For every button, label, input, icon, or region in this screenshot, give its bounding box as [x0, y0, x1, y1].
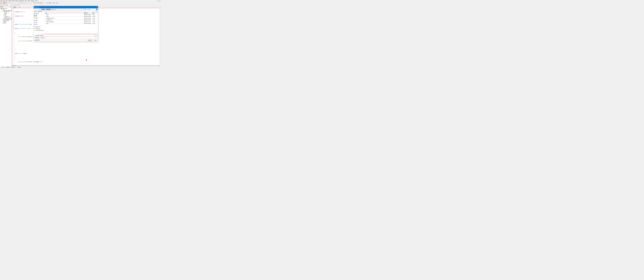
panel-right-collapse[interactable]: ▲ [160, 6, 161, 7]
dialog-hscrollbar[interactable] [44, 33, 98, 34]
beep-selector[interactable]: beep [6, 5, 10, 6]
tree-cmsis[interactable]: + 📁 Drivers/CMSIS [0, 20, 12, 21]
panel-pin-icon[interactable]: 📌 [9, 6, 10, 7]
toolbar-unindent[interactable]: ⇤ [27, 2, 29, 4]
toolbar-copy[interactable]: 📋 [7, 2, 9, 4]
target-selector[interactable]: TIM1_UP_TIM10_IRQHan... [33, 2, 45, 4]
tree-stm32-it[interactable]: 📄 stm32f4xx_it.c [0, 16, 12, 17]
toolbar-debug-btn[interactable]: 🐞 [47, 2, 49, 4]
toolbar-run1[interactable]: ⚫ [49, 2, 51, 4]
tree-cmsis2[interactable]: 🔷 CMSIS [0, 22, 12, 24]
sidebar-software-d[interactable]: 💿 软件盘 (D:) [34, 28, 44, 30]
file-row-main[interactable]: 📄 main.c 2021-01-11 20:30 C 文件 [44, 16, 98, 18]
menu-file[interactable]: File [0, 0, 2, 2]
menu-flash[interactable]: Flash [12, 0, 15, 2]
scrollbar-thumb[interactable] [12, 66, 16, 66]
file-row-stm32-hal[interactable]: 📄 stm32f4xx_hal_msp.c 2021-01-11 20:08 C… [44, 17, 98, 19]
scroll-left-btn[interactable]: ◀ [12, 66, 12, 66]
toolbar-open[interactable]: 📂 [2, 2, 3, 4]
scrollbar-track[interactable] [12, 66, 159, 66]
tree-main-c[interactable]: 📄 main.c [0, 13, 12, 14]
tab-text2-close[interactable]: × [21, 7, 22, 8]
sidebar-documents[interactable]: 📄 文档 [34, 18, 44, 20]
dialog-close-button[interactable]: ✕ [96, 7, 98, 8]
toolbar-bookmark3[interactable]: 🔖 [22, 2, 24, 4]
tree-boards[interactable]: 📁 Boards [0, 21, 12, 22]
toolbar-format2[interactable]: ≡ [31, 2, 32, 4]
tree-project-root[interactable]: ▼ 💼 Project: beep [0, 8, 12, 9]
sidebar-downloads[interactable]: ⬇️ 下载 [34, 20, 44, 22]
toolbar-redo[interactable]: ↪ [12, 2, 14, 4]
bottom-tab-templa[interactable]: 📋 Templa... [16, 67, 22, 68]
tree-beep[interactable]: ▼ 📁 beep [0, 9, 12, 10]
hide-folders-toggle[interactable]: ▲ 隐藏文件夹 [34, 40, 40, 41]
file-row-gpio[interactable]: 📄 gpio.c 2021-01-11 20:08 C 文件 [44, 14, 98, 16]
panel-close-icon[interactable]: ✕ [11, 6, 12, 7]
toolbar-indent[interactable]: ⇥ [26, 2, 27, 4]
menu-peripherals[interactable]: Peripherals [19, 0, 24, 2]
filename-dropdown-icon[interactable]: ▼ [96, 35, 97, 36]
filename-input[interactable] [40, 35, 95, 36]
tab-main-c[interactable]: 📄 main.c [12, 7, 17, 8]
dialog-up-button[interactable]: ↑ [38, 9, 40, 10]
path-dropdown-icon[interactable]: ▼ [83, 9, 84, 10]
toolbar2-settings[interactable]: 🔧 [11, 4, 13, 6]
dialog-search-input[interactable] [88, 9, 95, 10]
toolbar2-run[interactable]: ▶ [18, 4, 19, 6]
new-folder-button[interactable]: 新建文件夹 [38, 11, 42, 12]
toolbar2-build1[interactable]: ⚙ [0, 4, 2, 6]
file-row-tim[interactable]: 📄 tim.c 2021-01-11 20:08 C 文件 [44, 23, 98, 25]
toolbar-bookmark1[interactable]: 🔖 [19, 2, 20, 4]
save-button[interactable]: 保存(S) [87, 39, 93, 42]
toolbar-target-options[interactable]: ▦ [56, 2, 58, 4]
menu-debug[interactable]: Debug [15, 0, 18, 2]
scroll-right-btn[interactable]: ▶ [159, 66, 160, 66]
toolbar-paste[interactable]: 📌 [9, 2, 10, 4]
editor-scrollbar[interactable]: ◀ ▶ [12, 66, 160, 66]
sidebar-video[interactable]: 🎬 视频 [34, 14, 44, 16]
sidebar-windows-c[interactable]: 💻 Windows (C:) [34, 26, 44, 28]
bottom-tab-books[interactable]: 📚 Books [6, 67, 10, 68]
toolbar2-batch[interactable]: 📦 [4, 4, 5, 6]
bottom-tab-project[interactable]: ⚙️ Project [0, 66, 6, 68]
tree-stm32-hal-msp[interactable]: 📄 stm32f4xx_hal_msp.c [0, 17, 12, 19]
file-row-stm32-it[interactable]: 📄 stm32f4xx_it.c 2021-01-11 20:08 C 文件 [44, 19, 98, 21]
toolbar-run2[interactable]: ⚪ [51, 2, 52, 4]
menu-help[interactable]: Help [35, 0, 38, 2]
file-row-system[interactable]: 📄 system_stm32f4xx.c 2020-11-04 2:39 C 文… [44, 21, 98, 23]
sidebar-desktop[interactable]: 🖥️ 桌面 [34, 24, 44, 25]
toolbar-stop[interactable]: 🔴 [52, 2, 54, 4]
window-minimize[interactable]: 🗕 [156, 0, 158, 2]
menu-project[interactable]: Project [8, 0, 12, 2]
toolbar-bookmark2[interactable]: 🔖 [20, 2, 22, 4]
dialog-refresh-button[interactable]: 🔄 [85, 9, 86, 10]
dialog-help-button[interactable]: ? [96, 9, 98, 10]
tree-app-user[interactable]: ▼ 📁 Application/User [0, 11, 12, 13]
tab-text2[interactable]: 📝 Text2* × [17, 7, 22, 8]
sidebar-3d[interactable]: 📦 3D 对象 [34, 13, 44, 14]
view-options-icon[interactable]: ⊞ ▼ [96, 11, 98, 12]
tree-tim-c[interactable]: 📄 tim.c [0, 15, 12, 16]
dialog-back-button[interactable]: ← [34, 9, 36, 10]
tree-gpio-c[interactable]: 📄 gpio.c [0, 14, 12, 15]
window-close[interactable]: ✕ [159, 0, 161, 2]
menu-svcs[interactable]: SVCS [28, 0, 31, 2]
toolbar-settings[interactable]: ⚙️ [54, 2, 56, 4]
toolbar-cut[interactable]: ✂ [6, 2, 7, 4]
toolbar-nav-forward[interactable]: → [16, 2, 18, 4]
toolbar2-component[interactable]: 🔩 [13, 4, 14, 6]
menu-edit[interactable]: Edit [2, 0, 5, 2]
sidebar-yzy-e[interactable]: 🗂️ YZY PASSPORT (E:) [34, 30, 44, 31]
dialog-path-bar[interactable]: 📁 ██████ > ████████ > beep > Src ▼ [40, 9, 84, 10]
toolbar-undo[interactable]: ↩ [11, 2, 12, 4]
menu-window[interactable]: Window [31, 0, 35, 2]
toolbar-save[interactable]: 💾 [4, 2, 5, 4]
toolbar-nav-back[interactable]: ← [15, 2, 16, 4]
tree-mdk-arm[interactable]: + 📁 Application/MDK-ARM [0, 10, 12, 11]
bottom-tab-functio[interactable]: {} Functio... [10, 67, 16, 68]
cancel-button[interactable]: 取消 [94, 39, 98, 41]
menu-tools[interactable]: Tools [24, 0, 27, 2]
filetype-selector[interactable]: All Files (*.*) [40, 37, 96, 39]
sidebar-music[interactable]: 🎵 音乐 [34, 22, 44, 24]
toolbar-tools-btn[interactable]: 🔧 [58, 2, 60, 4]
